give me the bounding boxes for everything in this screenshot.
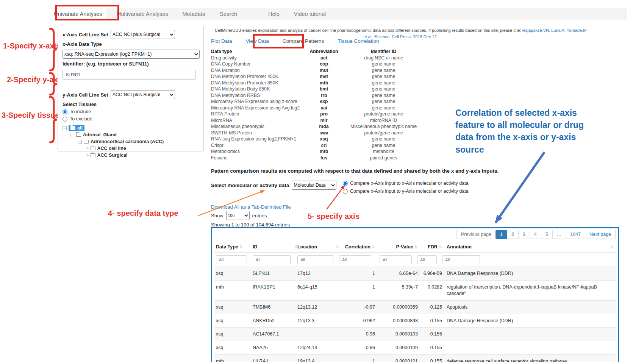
ref-cell-abbreviation: mtb xyxy=(305,148,343,155)
x-axis-cell-line-set-select[interactable]: ACC NCI plus Surgical xyxy=(111,30,175,39)
compare-y-axis-radio[interactable] xyxy=(343,189,348,194)
header-fdr[interactable]: FDR⇅ xyxy=(418,244,442,250)
table-row[interactable]: mth LILRA1 19q13.4 1 0.0000121 0.155 def… xyxy=(214,354,616,362)
x-axis-data-type-select[interactable]: xsq: RNA-seq Expression (log2 FPKM+1) xyxy=(63,50,200,59)
ref-cell-abbreviation: pro xyxy=(305,111,343,117)
nav-tab-search[interactable]: Search xyxy=(215,9,242,19)
ref-cell-abbreviation: met xyxy=(305,73,343,80)
header-id[interactable]: ID⇅ xyxy=(253,244,297,250)
page-button-4[interactable]: 4 xyxy=(530,230,541,239)
molecular-data-select[interactable]: Molecular Data xyxy=(292,181,336,190)
nav-tab-video-tutorial[interactable]: Video tutorial xyxy=(289,9,330,19)
page-button-5[interactable]: 5 xyxy=(541,230,553,239)
page: Univariate Analyses Multivariate Analyse… xyxy=(0,0,644,362)
tree-node-acc-carcinoma[interactable]: Adrenocortical carcinoma (ACC) xyxy=(63,138,199,145)
cell-correlation: -0.96 xyxy=(339,345,375,351)
page-ellipsis: … xyxy=(552,230,566,239)
filter-id-input[interactable] xyxy=(253,255,291,264)
ref-cell-identifier-id: gene name xyxy=(343,73,424,80)
table-row[interactable]: xsq TMBIM6 12q13.12 -0.97 0.00000359 0.1… xyxy=(214,300,616,314)
tab-tissue-correlation[interactable]: Tissue Correlation xyxy=(338,38,379,44)
next-page-button[interactable]: Next page xyxy=(585,230,616,239)
cell-p-value: 0.0000109 xyxy=(375,345,418,351)
tab-plot-data[interactable]: Plot Data xyxy=(211,38,232,44)
table-row[interactable]: xsq ANKRD52 12q13.3 -0.962 0.00000898 0.… xyxy=(214,314,616,328)
select-tissues-label: Select Tissues xyxy=(63,101,199,107)
tree-node-label: all xyxy=(77,125,83,131)
previous-page-button[interactable]: Previous page xyxy=(456,230,496,239)
citation-link-authors[interactable]: Rajapakse.VN, Luna.A, Yamade.M xyxy=(522,28,587,33)
filter-correlation-input[interactable] xyxy=(339,255,371,264)
page-button-1047[interactable]: 1047 xyxy=(566,230,585,239)
tab-compare-patterns[interactable]: Compare Patterns xyxy=(283,38,324,44)
x-axis-cell-line-set-label: x-Axis Cell Line Set xyxy=(63,32,108,37)
tree-toggle-icon[interactable] xyxy=(78,140,82,144)
sort-icon[interactable]: ⇅ xyxy=(294,245,297,250)
tab-view-data[interactable]: View Data xyxy=(246,38,269,44)
download-tab-delimited-link[interactable]: Download All as a Tab-Delimited File xyxy=(211,204,291,210)
results-header-row: Data Type⇅ ID⇅ Location⇅ Correlation⇅ P-… xyxy=(214,242,616,253)
entries-count-select[interactable]: 100 xyxy=(226,211,250,220)
cell-fdr: 0.155 xyxy=(418,318,442,324)
cell-correlation: 1 xyxy=(339,358,375,362)
page-button-3[interactable]: 3 xyxy=(518,230,530,239)
sort-icon[interactable]: ⇅ xyxy=(239,245,243,250)
to-include-radio[interactable] xyxy=(63,109,67,114)
cell-id: NAA25 xyxy=(253,345,297,351)
cell-id: SLFN11 xyxy=(253,270,297,277)
reference-table-row: DNA Copy Number cop gene name xyxy=(211,61,424,67)
tree-node-adrenal-gland[interactable]: Adrenal_Gland xyxy=(63,131,199,138)
sort-icon[interactable]: ⇅ xyxy=(414,245,418,250)
header-annotation[interactable]: Annotation⇅ xyxy=(442,244,614,250)
page-button-1[interactable]: 1 xyxy=(496,230,507,239)
header-correlation[interactable]: Correlation⇅ xyxy=(339,244,375,250)
sort-icon[interactable]: ⇅ xyxy=(439,245,442,250)
annotation-step3: 3-Specify tissues xyxy=(2,111,63,120)
filter-data-type-input[interactable] xyxy=(216,255,247,264)
table-row[interactable]: mth IRAK1BP1 6q14-q15 1 5.39e-7 0.0282 r… xyxy=(214,280,616,300)
sort-icon[interactable]: ⇅ xyxy=(611,245,614,250)
compare-x-axis-label: Compare x-Axis input to x-Axis molecular… xyxy=(350,181,469,186)
filter-p-value-input[interactable] xyxy=(380,255,412,264)
table-row[interactable]: xsq SLFN11 17q12 1 6.65e-64 6.96e-59 DNA… xyxy=(214,267,616,280)
compare-x-axis-radio[interactable] xyxy=(343,181,348,186)
tree-node-acc-surgical[interactable]: └ ACC Surgical xyxy=(63,152,199,159)
cell-fdr: 0.125 xyxy=(418,304,442,311)
cell-data-type: mth xyxy=(216,358,253,362)
annotation-step2: 2-Specify y-axis xyxy=(7,75,64,84)
header-data-type[interactable]: Data Type⇅ xyxy=(216,244,253,250)
reference-table-header: Data type Abbreviation Identifier ID xyxy=(211,48,424,55)
ref-cell-identifier-id: gene name xyxy=(343,136,424,142)
tree-toggle-icon[interactable] xyxy=(63,126,67,130)
nav-tab-help[interactable]: Help xyxy=(264,9,284,19)
nav-tab-metadata[interactable]: Metadata xyxy=(178,9,210,19)
nav-tab-multivariate-analyses[interactable]: Multivariate Analyses xyxy=(112,9,172,19)
cell-data-type: xsq xyxy=(216,331,253,337)
nav-tab-univariate-analyses[interactable]: Univariate Analyses xyxy=(49,9,106,19)
reference-table-row: Microarray RNA Expression using z-score … xyxy=(211,98,424,105)
cell-p-value: 0.0000121 xyxy=(375,358,418,362)
header-location[interactable]: Location⇅ xyxy=(297,244,339,250)
reference-table-row: DNA Mutation mut gene name xyxy=(211,67,424,74)
table-row[interactable]: xsq NAA25 12q24.13 -0.96 0.0000109 0.155 xyxy=(214,341,616,354)
header-p-value[interactable]: P-Value⇅ xyxy=(375,244,418,250)
reference-table-row: DNA Methylation Promoter 850K mth gene n… xyxy=(211,80,424,86)
tree-toggle-icon[interactable] xyxy=(70,133,74,137)
y-axis-cell-line-set-select[interactable]: ACC NCI plus Surgical xyxy=(111,90,175,99)
ref-cell-data-type: Fusions xyxy=(211,155,305,161)
identifier-input[interactable] xyxy=(63,70,196,80)
sort-icon[interactable]: ⇅ xyxy=(372,245,375,250)
filter-location-input[interactable] xyxy=(297,255,333,264)
reference-table-row: DNA Methylation RRBS rrb gene name xyxy=(211,92,424,99)
ref-cell-identifier-id: gene name xyxy=(343,92,424,99)
filter-fdr-input[interactable] xyxy=(417,255,437,264)
tree-node-all[interactable]: all xyxy=(63,125,199,131)
table-row[interactable]: xsq AC147067.1 0.96 0.0000103 0.155 xyxy=(214,327,616,341)
tree-node-acc-cell-line[interactable]: └ ACC cell line xyxy=(63,145,199,152)
page-button-2[interactable]: 2 xyxy=(507,230,519,239)
sort-icon[interactable]: ⇅ xyxy=(336,245,339,250)
tree-connector: └ xyxy=(85,146,89,151)
filter-annotation-input[interactable] xyxy=(442,255,480,264)
to-exclude-radio[interactable] xyxy=(63,117,67,122)
cell-location: 19q13.4 xyxy=(297,358,339,362)
